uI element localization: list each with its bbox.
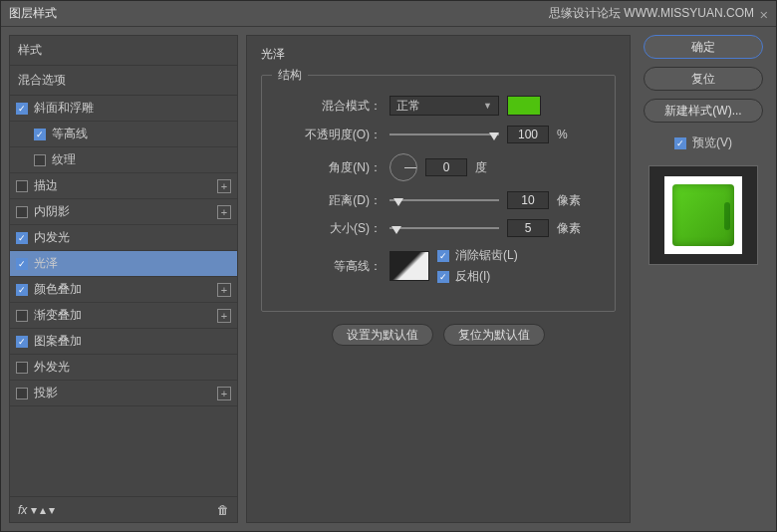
styles-header[interactable]: 样式 — [10, 36, 237, 66]
dialog-title: 图层样式 — [9, 5, 57, 22]
right-column: 确定 复位 新建样式(W)... ✓ 预览(V) — [639, 35, 768, 523]
style-item-label: 描边 — [34, 177, 58, 194]
style-item-2[interactable]: 纹理 — [10, 147, 237, 173]
checkbox-icon[interactable]: ✓ — [16, 258, 28, 270]
style-item-5[interactable]: ✓内发光 — [10, 225, 237, 251]
opacity-label: 不透明度(O)： — [272, 127, 382, 143]
preview-thumbnail — [648, 165, 758, 265]
structure-legend: 结构 — [272, 67, 308, 84]
opacity-unit: % — [557, 128, 587, 141]
layer-style-dialog: 图层样式 思缘设计论坛 WWW.MISSYUAN.COM ⨉ 样式 混合选项 ✓… — [0, 0, 777, 532]
fx-menu[interactable]: fx ▾ ▴ ▾ — [18, 503, 55, 517]
checkbox-icon[interactable] — [16, 180, 28, 192]
ok-button[interactable]: 确定 — [644, 35, 763, 59]
watermark-text: 思缘设计论坛 WWW.MISSYUAN.COM — [549, 5, 754, 22]
style-item-label: 图案叠加 — [34, 333, 82, 350]
check-icon: ✓ — [437, 271, 449, 283]
style-item-9[interactable]: ✓图案叠加 — [10, 329, 237, 355]
style-item-label: 颜色叠加 — [34, 281, 82, 298]
style-item-label: 斜面和浮雕 — [34, 100, 94, 117]
checkbox-icon[interactable] — [16, 206, 28, 218]
angle-label: 角度(N)： — [272, 159, 382, 176]
reset-default-button[interactable]: 复位为默认值 — [443, 324, 545, 346]
chevron-down-icon: ▼ — [483, 101, 492, 111]
settings-panel: 光泽 结构 混合模式： 正常 ▼ 不透明度(O)： 100 % — [246, 35, 631, 523]
style-item-label: 渐变叠加 — [34, 307, 82, 324]
blend-mode-dropdown[interactable]: 正常 ▼ — [389, 96, 499, 116]
checkbox-icon[interactable] — [16, 388, 28, 399]
close-icon[interactable]: ⨉ — [760, 6, 768, 22]
add-icon[interactable]: + — [217, 387, 231, 400]
style-item-label: 投影 — [34, 385, 58, 401]
style-item-1[interactable]: ✓等高线 — [10, 122, 237, 147]
trash-icon[interactable]: 🗑 — [217, 503, 229, 517]
antialias-checkbox[interactable]: ✓ 消除锯齿(L) — [437, 247, 518, 264]
checkbox-icon[interactable]: ✓ — [34, 129, 46, 140]
size-unit: 像素 — [557, 220, 587, 237]
add-icon[interactable]: + — [217, 309, 231, 323]
contour-picker[interactable] — [389, 251, 429, 281]
size-slider[interactable] — [389, 221, 499, 235]
distance-unit: 像素 — [557, 192, 587, 209]
main-area: 样式 混合选项 ✓斜面和浮雕✓等高线纹理描边+内阴影+✓内发光✓光泽✓颜色叠加+… — [1, 27, 776, 531]
distance-label: 距离(D)： — [272, 192, 382, 209]
contour-label: 等高线： — [272, 258, 382, 275]
blend-mode-value: 正常 — [396, 98, 420, 115]
style-item-3[interactable]: 描边+ — [10, 173, 237, 199]
preview-label: 预览(V) — [692, 134, 732, 151]
preview-checkbox[interactable]: ✓ 预览(V) — [674, 134, 732, 151]
style-item-0[interactable]: ✓斜面和浮雕 — [10, 96, 237, 122]
blend-mode-label: 混合模式： — [272, 98, 382, 115]
style-list: ✓斜面和浮雕✓等高线纹理描边+内阴影+✓内发光✓光泽✓颜色叠加+渐变叠加+✓图案… — [10, 96, 237, 496]
make-default-button[interactable]: 设置为默认值 — [332, 324, 433, 346]
sidebar-footer: fx ▾ ▴ ▾ 🗑 — [10, 496, 237, 522]
panel-title: 光泽 — [261, 46, 616, 63]
add-icon[interactable]: + — [217, 179, 231, 193]
color-swatch[interactable] — [507, 96, 541, 116]
checkbox-icon[interactable]: ✓ — [16, 284, 28, 296]
cancel-button[interactable]: 复位 — [644, 67, 763, 91]
check-icon: ✓ — [437, 250, 449, 262]
style-item-label: 光泽 — [34, 255, 58, 272]
checkbox-icon[interactable] — [16, 362, 28, 374]
distance-slider[interactable] — [389, 193, 499, 207]
structure-group: 结构 混合模式： 正常 ▼ 不透明度(O)： 100 % 角度(N) — [261, 67, 616, 312]
style-item-8[interactable]: 渐变叠加+ — [10, 303, 237, 329]
angle-input[interactable]: 0 — [425, 158, 467, 176]
style-item-6[interactable]: ✓光泽 — [10, 251, 237, 277]
titlebar-right: 思缘设计论坛 WWW.MISSYUAN.COM ⨉ — [549, 5, 768, 22]
angle-dial[interactable] — [389, 153, 417, 181]
add-icon[interactable]: + — [217, 283, 231, 297]
checkbox-icon[interactable]: ✓ — [16, 232, 28, 244]
distance-input[interactable]: 10 — [507, 191, 549, 209]
opacity-slider[interactable] — [389, 128, 499, 141]
antialias-label: 消除锯齿(L) — [455, 247, 518, 264]
invert-checkbox[interactable]: ✓ 反相(I) — [437, 268, 518, 285]
checkbox-icon[interactable] — [34, 154, 46, 166]
size-label: 大小(S)： — [272, 220, 382, 237]
style-item-4[interactable]: 内阴影+ — [10, 199, 237, 225]
style-item-label: 外发光 — [34, 359, 70, 376]
styles-sidebar: 样式 混合选项 ✓斜面和浮雕✓等高线纹理描边+内阴影+✓内发光✓光泽✓颜色叠加+… — [9, 35, 238, 523]
add-icon[interactable]: + — [217, 205, 231, 219]
style-item-label: 等高线 — [52, 126, 88, 142]
style-item-11[interactable]: 投影+ — [10, 381, 237, 406]
checkbox-icon[interactable]: ✓ — [16, 103, 28, 115]
check-icon: ✓ — [674, 137, 686, 149]
checkbox-icon[interactable] — [16, 310, 28, 322]
titlebar: 图层样式 思缘设计论坛 WWW.MISSYUAN.COM ⨉ — [1, 1, 776, 27]
style-item-10[interactable]: 外发光 — [10, 355, 237, 381]
new-style-button[interactable]: 新建样式(W)... — [644, 99, 763, 123]
opacity-input[interactable]: 100 — [507, 126, 549, 143]
style-item-label: 纹理 — [52, 151, 76, 168]
checkbox-icon[interactable]: ✓ — [16, 336, 28, 348]
invert-label: 反相(I) — [455, 268, 490, 285]
style-item-label: 内阴影 — [34, 203, 70, 220]
blending-options[interactable]: 混合选项 — [10, 66, 237, 96]
angle-unit: 度 — [475, 159, 505, 176]
style-item-label: 内发光 — [34, 229, 70, 246]
size-input[interactable]: 5 — [507, 219, 549, 237]
style-item-7[interactable]: ✓颜色叠加+ — [10, 277, 237, 303]
